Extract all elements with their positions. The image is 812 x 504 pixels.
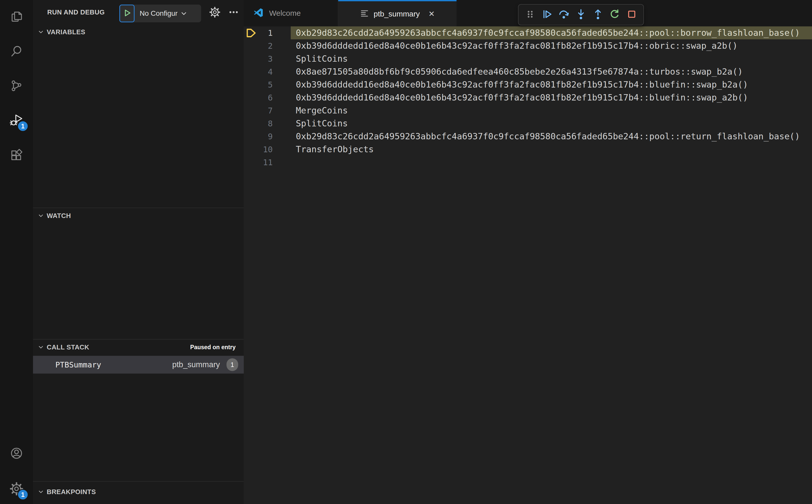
stop-icon	[626, 9, 637, 21]
breakpoint-gutter[interactable]	[244, 78, 259, 91]
code-line: 10 TransferObjects	[244, 143, 812, 156]
continue-icon	[542, 9, 553, 21]
breakpoint-gutter[interactable]	[244, 130, 259, 143]
activity-item-extensions[interactable]	[0, 142, 33, 170]
tab-ptb-summary[interactable]: ptb_summary ✕	[338, 0, 457, 26]
activity-item-explorer[interactable]	[0, 3, 33, 31]
breakpoint-gutter[interactable]	[244, 91, 259, 104]
code-text[interactable]: SplitCoins	[291, 117, 812, 130]
open-launch-json-button[interactable]	[208, 6, 222, 20]
stop-button[interactable]	[625, 8, 639, 22]
code-line: 4 0x8ae871505a80d8bf6bf9c05906cda6edfeea…	[244, 65, 812, 78]
watch-section-header[interactable]: WATCH	[33, 208, 244, 223]
tab-label: Welcome	[269, 9, 301, 18]
step-over-icon	[558, 8, 570, 21]
breakpoint-gutter[interactable]	[244, 143, 259, 156]
call-stack-section-header[interactable]: CALL STACK Paused on entry	[33, 340, 244, 355]
extensions-icon	[10, 149, 23, 163]
views-and-more-actions-button[interactable]	[226, 6, 241, 20]
variables-section: VARIABLES	[33, 24, 244, 208]
section-label: WATCH	[47, 212, 71, 220]
code-text[interactable]: 0xb39d6dddedd16ed8a40ce0b1e6b43c92acf0ff…	[291, 39, 812, 52]
step-over-button[interactable]	[557, 8, 571, 22]
code-line: 5 0xb39d6dddedd16ed8a40ce0b1e6b43c92acf0…	[244, 78, 812, 91]
close-icon[interactable]: ✕	[429, 9, 435, 18]
code-text[interactable]	[291, 156, 812, 169]
line-number: 5	[259, 80, 273, 90]
code-line: 6 0xb39d6dddedd16ed8a40ce0b1e6b43c92acf0…	[244, 91, 812, 104]
tab-label: ptb_summary	[374, 10, 420, 18]
start-debugging-button[interactable]	[119, 5, 135, 22]
breakpoint-gutter[interactable]	[244, 104, 259, 117]
tab-welcome[interactable]: Welcome	[244, 0, 338, 26]
breakpoints-section-header[interactable]: BREAKPOINTS	[33, 484, 244, 499]
restart-button[interactable]	[608, 8, 622, 22]
line-number: 1	[259, 28, 273, 38]
continue-button[interactable]	[540, 8, 554, 22]
code-text[interactable]: MergeCoins	[291, 104, 812, 117]
stack-frame-row[interactable]: PTBSummary ptb_summary 1	[33, 356, 244, 374]
debug-toolbar	[518, 4, 644, 25]
source-control-icon	[10, 79, 23, 93]
code-text[interactable]: 0xb39d6dddedd16ed8a40ce0b1e6b43c92acf0ff…	[291, 78, 812, 91]
code-text[interactable]: TransferObjects	[291, 143, 812, 156]
code-editor[interactable]: 1 0xb29d83c26cdd2a64959263abbcfc4a6937f0…	[244, 26, 812, 504]
debug-badge: 1	[17, 121, 28, 132]
code-text[interactable]: 0x8ae871505a80d8bf6bf9c05906cda6edfeea46…	[291, 65, 812, 78]
section-label: CALL STACK	[47, 343, 89, 351]
activity-item-source-control[interactable]	[0, 72, 33, 100]
section-label: VARIABLES	[47, 28, 85, 36]
step-into-icon	[575, 8, 587, 21]
activity-item-accounts[interactable]	[0, 440, 33, 468]
breakpoint-gutter[interactable]	[244, 65, 259, 78]
files-icon	[10, 10, 23, 24]
code-line: 7 MergeCoins	[244, 104, 812, 117]
breakpoint-gutter[interactable]	[244, 39, 259, 52]
chevron-down-icon[interactable]	[180, 10, 188, 17]
code-text[interactable]: 0xb29d83c26cdd2a64959263abbcfc4a6937f0c9…	[291, 130, 812, 143]
chevron-down-icon	[37, 344, 45, 350]
code-line: 2 0xb39d6dddedd16ed8a40ce0b1e6b43c92acf0…	[244, 39, 812, 52]
sidebar-titlebar: RUN AND DEBUG No Configur	[33, 0, 244, 24]
activity-bar: 1	[0, 0, 33, 504]
line-number: 3	[259, 54, 273, 64]
section-label: BREAKPOINTS	[47, 488, 96, 496]
activity-item-search[interactable]	[0, 38, 33, 66]
line-number: 11	[259, 158, 273, 167]
step-into-button[interactable]	[574, 8, 588, 22]
activity-item-run-and-debug[interactable]: 1	[0, 107, 33, 135]
line-number: 2	[259, 41, 273, 51]
paused-status-text: Paused on entry	[190, 344, 236, 351]
stack-frame-badge: 1	[226, 358, 238, 371]
activity-item-settings[interactable]: 1	[0, 475, 33, 503]
vscode-window: 1	[0, 0, 812, 504]
line-number: 8	[259, 119, 273, 128]
code-line: 8 SplitCoins	[244, 117, 812, 130]
step-out-icon	[592, 8, 604, 21]
code-text[interactable]: 0xb39d6dddedd16ed8a40ce0b1e6b43c92acf0ff…	[291, 91, 812, 104]
vscode-logo-icon	[253, 7, 264, 19]
step-out-button[interactable]	[591, 8, 605, 22]
watch-section: WATCH	[33, 208, 244, 339]
line-number: 7	[259, 106, 273, 115]
chevron-down-icon	[37, 213, 45, 219]
line-number: 10	[259, 145, 273, 154]
toolbar-drag-handle[interactable]	[523, 8, 537, 22]
line-number: 9	[259, 132, 273, 141]
code-line: 11	[244, 156, 812, 169]
code-text[interactable]: 0xb29d83c26cdd2a64959263abbcfc4a6937f0c9…	[291, 26, 812, 39]
stack-frame-name: PTBSummary	[55, 360, 101, 369]
breakpoint-gutter[interactable]	[244, 117, 259, 130]
debug-launch-control: No Configur	[119, 5, 201, 22]
configuration-dropdown[interactable]: No Configur	[140, 9, 177, 18]
current-stack-frame-icon[interactable]	[244, 26, 259, 39]
code-text[interactable]: SplitCoins	[291, 52, 812, 65]
breakpoint-gutter[interactable]	[244, 156, 259, 169]
breakpoint-gutter[interactable]	[244, 52, 259, 65]
drag-handle-icon	[526, 9, 535, 20]
line-number: 4	[259, 67, 273, 77]
stack-frame-file: ptb_summary	[172, 360, 220, 369]
variables-section-header[interactable]: VARIABLES	[33, 24, 244, 40]
gear-icon	[209, 7, 220, 19]
editor-group: Welcome ptb_summary ✕	[244, 0, 812, 504]
